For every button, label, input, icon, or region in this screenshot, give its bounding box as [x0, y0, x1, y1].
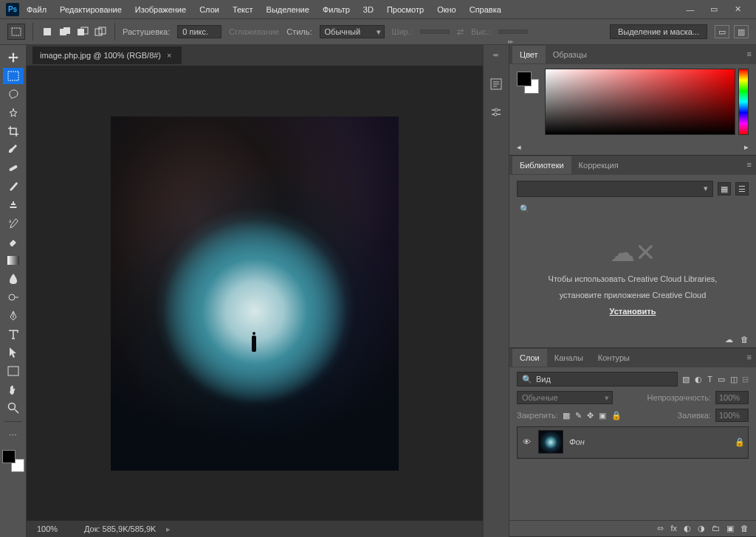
menu-image[interactable]: Изображение — [129, 2, 192, 17]
lock-all-icon[interactable]: 🔒 — [611, 411, 622, 420]
layer-group-icon[interactable]: 🗀 — [712, 524, 720, 533]
type-tool[interactable] — [3, 326, 24, 342]
minimize-button[interactable]: — — [685, 4, 695, 15]
zoom-level[interactable]: 100% — [37, 524, 74, 533]
tab-close-icon[interactable]: × — [167, 51, 174, 60]
layer-locked-icon[interactable]: 🔒 — [735, 437, 745, 447]
filter-smart-icon[interactable]: ◫ — [730, 375, 738, 384]
hue-slider[interactable] — [738, 69, 749, 135]
tab-color[interactable]: Цвет — [512, 46, 546, 63]
eyedropper-tool[interactable] — [3, 142, 24, 158]
canvas[interactable] — [111, 117, 399, 471]
quick-select-tool[interactable] — [3, 105, 24, 121]
properties-panel-icon[interactable] — [488, 104, 504, 120]
fill-input[interactable]: 100% — [715, 409, 749, 422]
pen-tool[interactable] — [3, 308, 24, 324]
filter-pixel-icon[interactable]: ▧ — [682, 375, 690, 384]
lock-transparency-icon[interactable]: ▩ — [563, 411, 570, 420]
gradient-tool[interactable] — [3, 252, 24, 268]
library-search[interactable]: 🔍 — [517, 203, 749, 215]
selection-new-icon[interactable] — [41, 25, 54, 38]
color-slider-arrow-right[interactable]: ▸ — [744, 142, 749, 152]
menu-edit[interactable]: Редактирование — [54, 2, 128, 17]
canvas-viewport[interactable] — [27, 66, 483, 521]
menu-help[interactable]: Справка — [464, 2, 507, 17]
tab-libraries[interactable]: Библиотеки — [512, 156, 571, 174]
library-list-view-icon[interactable]: ☰ — [735, 182, 749, 195]
rectangle-tool[interactable] — [3, 363, 24, 379]
status-menu-arrow-icon[interactable]: ▸ — [166, 524, 171, 534]
history-brush-tool[interactable] — [3, 215, 24, 232]
hand-tool[interactable] — [3, 381, 24, 398]
menu-filter[interactable]: Фильтр — [317, 2, 356, 17]
select-and-mask-button[interactable]: Выделение и маска... — [610, 24, 707, 39]
install-link[interactable]: Установить — [610, 307, 656, 316]
workspace-switch-icon[interactable]: ▥ — [734, 25, 749, 38]
brush-tool[interactable] — [3, 179, 24, 195]
color-panel-menu-icon[interactable]: ≡ — [747, 49, 752, 58]
feather-input[interactable]: 0 пикс. — [177, 25, 221, 38]
library-grid-view-icon[interactable]: ▦ — [718, 182, 731, 195]
foreground-color-swatch[interactable] — [2, 450, 16, 463]
style-select[interactable]: Обычный — [320, 25, 385, 38]
link-layers-icon[interactable]: ⬄ — [657, 524, 664, 533]
menu-window[interactable]: Окно — [431, 2, 462, 17]
tab-layers[interactable]: Слои — [512, 349, 547, 367]
document-tab[interactable]: image.php.jpg @ 100% (RGB/8#) × — [32, 46, 182, 64]
maximize-button[interactable]: ▭ — [709, 4, 719, 15]
blur-tool[interactable] — [3, 271, 24, 287]
tab-adjustments[interactable]: Коррекция — [571, 156, 626, 174]
menu-view[interactable]: Просмотр — [381, 2, 430, 17]
adjustment-layer-icon[interactable]: ◑ — [698, 524, 705, 533]
library-select[interactable] — [517, 181, 713, 197]
marquee-tool[interactable] — [3, 68, 24, 84]
collapse-panels-icon[interactable]: ▸▸ — [508, 38, 753, 45]
new-layer-icon[interactable]: ▣ — [726, 524, 734, 533]
layer-fx-icon[interactable]: fx — [670, 524, 677, 533]
fg-color-mini[interactable] — [517, 72, 532, 86]
selection-subtract-icon[interactable] — [76, 25, 89, 38]
filter-toggle[interactable]: ⊟ — [742, 375, 749, 384]
layer-filter[interactable]: 🔍Вид — [517, 372, 678, 387]
move-tool[interactable] — [3, 49, 24, 66]
filter-shape-icon[interactable]: ▭ — [718, 375, 725, 384]
lock-artboard-icon[interactable]: ▣ — [599, 411, 606, 420]
edit-toolbar[interactable]: ⋯ — [3, 427, 24, 443]
color-fg-bg[interactable] — [517, 72, 539, 94]
history-panel-icon[interactable] — [488, 76, 504, 92]
layer-item[interactable]: 👁 Фон 🔒 — [518, 427, 748, 457]
opacity-input[interactable]: 100% — [715, 391, 749, 404]
crop-tool[interactable] — [3, 123, 24, 139]
tab-paths[interactable]: Контуры — [591, 349, 637, 367]
menu-text[interactable]: Текст — [227, 2, 259, 17]
filter-type-icon[interactable]: T — [707, 375, 712, 384]
healing-brush-tool[interactable] — [3, 160, 24, 176]
selection-intersect-icon[interactable] — [94, 25, 107, 38]
delete-layer-icon[interactable]: 🗑 — [740, 524, 749, 533]
menu-3d[interactable]: 3D — [357, 2, 379, 17]
library-trash-icon[interactable]: 🗑 — [740, 335, 749, 344]
library-sync-icon[interactable]: ☁ — [725, 335, 733, 344]
workspace-layout-icon[interactable]: ▭ — [715, 25, 729, 38]
expand-dock-icon[interactable]: ◂◂ — [492, 51, 497, 58]
color-swatches[interactable] — [2, 450, 24, 472]
menu-file[interactable]: Файл — [21, 2, 52, 17]
clone-stamp-tool[interactable] — [3, 197, 24, 213]
lock-position-icon[interactable]: ✥ — [587, 411, 594, 420]
zoom-tool[interactable] — [3, 400, 24, 416]
lock-image-icon[interactable]: ✎ — [575, 411, 582, 420]
filter-adjust-icon[interactable]: ◐ — [695, 375, 702, 384]
tab-swatches[interactable]: Образцы — [546, 46, 594, 63]
layer-name[interactable]: Фон — [569, 437, 729, 446]
layer-mask-icon[interactable]: ◐ — [684, 524, 691, 533]
layer-thumbnail[interactable] — [538, 430, 563, 454]
color-field[interactable] — [545, 69, 735, 135]
tab-channels[interactable]: Каналы — [547, 349, 591, 367]
eraser-tool[interactable] — [3, 234, 24, 250]
path-select-tool[interactable] — [3, 344, 24, 361]
menu-layers[interactable]: Слои — [193, 2, 225, 17]
selection-add-icon[interactable] — [58, 25, 72, 38]
close-button[interactable]: ✕ — [732, 4, 743, 15]
layers-panel-menu-icon[interactable]: ≡ — [747, 353, 752, 361]
layer-visibility-icon[interactable]: 👁 — [520, 437, 532, 446]
